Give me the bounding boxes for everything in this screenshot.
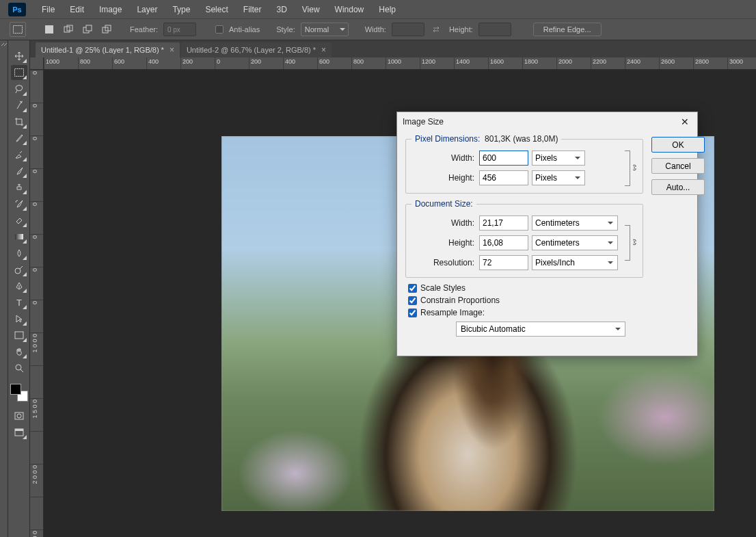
doc-width-input[interactable] [479, 215, 528, 231]
doc-height-unit-dropdown[interactable]: Centimeters [532, 235, 618, 250]
rectangle-tool-icon[interactable] [11, 328, 27, 343]
marquee-tool-icon[interactable] [11, 65, 27, 80]
blur-tool-icon[interactable] [11, 246, 27, 261]
ruler-corner [30, 57, 44, 70]
px-width-unit-dropdown[interactable]: Pixels [532, 150, 585, 166]
menu-view[interactable]: View [295, 1, 327, 18]
svg-rect-0 [14, 26, 23, 34]
close-icon[interactable]: × [170, 45, 174, 55]
px-width-input[interactable] [479, 150, 528, 166]
zoom-tool-icon[interactable] [11, 361, 27, 376]
refine-edge-button[interactable]: Refine Edge... [533, 23, 602, 36]
px-width-label: Width: [411, 153, 474, 163]
auto-button[interactable]: Auto... [651, 179, 705, 195]
hand-tool-icon[interactable] [11, 344, 27, 359]
height-label: Height: [449, 25, 473, 34]
vertical-ruler: 000000001 0 0 01 5 0 02 0 0 02 5 0 0 [30, 70, 44, 537]
menu-filter[interactable]: Filter [236, 1, 269, 18]
gradient-tool-icon[interactable] [11, 229, 27, 244]
document-tabs: Untitled-1 @ 25% (Layer 1, RGB/8) *× Unt… [30, 40, 756, 57]
scale-styles-checkbox[interactable] [408, 284, 417, 293]
constrain-proportions-checkbox[interactable] [408, 296, 417, 305]
doc-width-label: Width: [411, 218, 474, 228]
menu-help[interactable]: Help [371, 1, 403, 18]
resolution-input[interactable] [479, 255, 528, 270]
feather-input[interactable]: 0 px [163, 23, 196, 36]
new-selection-icon[interactable] [42, 23, 56, 36]
doc-height-input[interactable] [479, 235, 528, 250]
width-input[interactable] [392, 23, 424, 36]
svg-point-10 [15, 268, 21, 274]
document-size-label: Document Size: [411, 199, 476, 209]
px-height-unit-dropdown[interactable]: Pixels [532, 170, 585, 185]
move-tool-icon[interactable] [11, 49, 27, 64]
path-selection-tool-icon[interactable] [11, 311, 27, 326]
doc-width-unit-dropdown[interactable]: Centimeters [532, 215, 618, 231]
panel-collapse-icon[interactable] [0, 40, 8, 537]
eyedropper-tool-icon[interactable] [11, 131, 27, 146]
type-tool-icon[interactable]: T [11, 295, 27, 310]
eraser-tool-icon[interactable] [11, 213, 27, 228]
antialias-checkbox[interactable] [215, 25, 224, 34]
doc-tab-label: Untitled-1 @ 25% (Layer 1, RGB/8) * [41, 46, 164, 54]
magic-wand-tool-icon[interactable] [11, 98, 27, 113]
svg-text:T: T [16, 298, 22, 307]
resolution-unit-dropdown[interactable]: Pixels/Inch [532, 255, 618, 270]
svg-rect-1 [45, 25, 53, 34]
px-height-label: Height: [411, 173, 474, 183]
intersect-selection-icon[interactable] [100, 23, 113, 36]
add-to-selection-icon[interactable] [62, 23, 75, 36]
foreground-color-swatch[interactable] [10, 384, 21, 395]
menu-layer[interactable]: Layer [129, 1, 165, 18]
menu-edit[interactable]: Edit [62, 1, 92, 18]
menu-bar: Ps File Edit Image Layer Type Select Fil… [0, 0, 756, 18]
color-swatches[interactable] [10, 384, 28, 402]
marquee-tool-icon[interactable] [10, 22, 26, 37]
svg-rect-9 [15, 234, 23, 239]
menu-3d[interactable]: 3D [269, 1, 294, 18]
menu-file[interactable]: File [34, 1, 62, 18]
style-dropdown[interactable]: Normal [301, 23, 349, 36]
menu-image[interactable]: Image [92, 1, 129, 18]
horizontal-ruler: 1000800600400200020040060080010001200140… [44, 57, 756, 70]
menu-select[interactable]: Select [198, 1, 235, 18]
tools-panel: T [8, 40, 30, 537]
resample-method-dropdown[interactable]: Bicubic Automatic [456, 322, 625, 337]
svg-point-15 [17, 414, 21, 418]
history-brush-tool-icon[interactable] [11, 196, 27, 211]
feather-label: Feather: [130, 25, 158, 34]
doc-tab-2[interactable]: Untitled-2 @ 66,7% (Layer 2, RGB/8) *× [181, 42, 332, 57]
screen-mode-icon[interactable] [11, 425, 27, 440]
swap-dimensions-icon[interactable] [430, 23, 444, 36]
menu-window[interactable]: Window [327, 1, 372, 18]
ok-button[interactable]: OK [651, 137, 705, 153]
cancel-button[interactable]: Cancel [651, 158, 705, 174]
quick-mask-icon[interactable] [11, 408, 27, 423]
healing-brush-tool-icon[interactable] [11, 147, 27, 162]
crop-tool-icon[interactable] [11, 114, 27, 129]
height-input[interactable] [478, 23, 511, 36]
brush-tool-icon[interactable] [11, 163, 27, 179]
close-icon[interactable]: × [321, 45, 326, 55]
document-size-group: Document Size: Width: Centimeters Height… [405, 199, 643, 278]
style-label: Style: [276, 25, 295, 34]
svg-rect-17 [15, 429, 23, 431]
menu-type[interactable]: Type [165, 1, 198, 18]
clone-stamp-tool-icon[interactable] [11, 180, 27, 195]
close-icon[interactable]: ✕ [678, 115, 692, 129]
dodge-tool-icon[interactable] [11, 262, 27, 277]
link-icon[interactable] [630, 163, 639, 172]
resample-image-checkbox[interactable] [408, 309, 417, 317]
constrain-proportions-label: Constrain Proportions [420, 296, 500, 305]
lasso-tool-icon[interactable] [11, 81, 27, 96]
svg-rect-5 [86, 25, 92, 31]
link-icon[interactable] [630, 237, 639, 247]
subtract-selection-icon[interactable] [81, 23, 94, 36]
resample-image-label: Resample Image: [420, 308, 485, 317]
pen-tool-icon[interactable] [11, 278, 27, 293]
doc-tab-1[interactable]: Untitled-1 @ 25% (Layer 1, RGB/8) *× [36, 42, 180, 57]
scale-styles-label: Scale Styles [420, 283, 465, 293]
svg-point-13 [16, 365, 21, 370]
px-height-input[interactable] [479, 170, 528, 185]
app-logo: Ps [8, 3, 26, 16]
